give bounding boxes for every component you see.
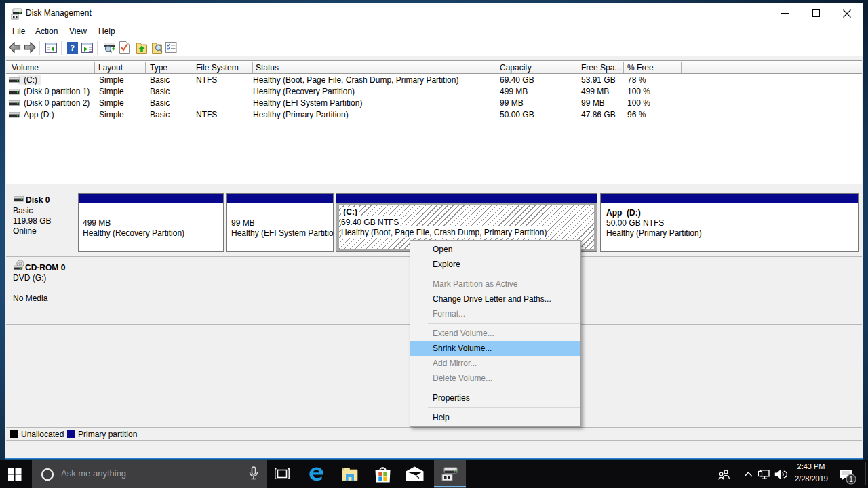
svg-text:?: ? <box>71 43 75 53</box>
svg-text:1: 1 <box>849 476 853 483</box>
